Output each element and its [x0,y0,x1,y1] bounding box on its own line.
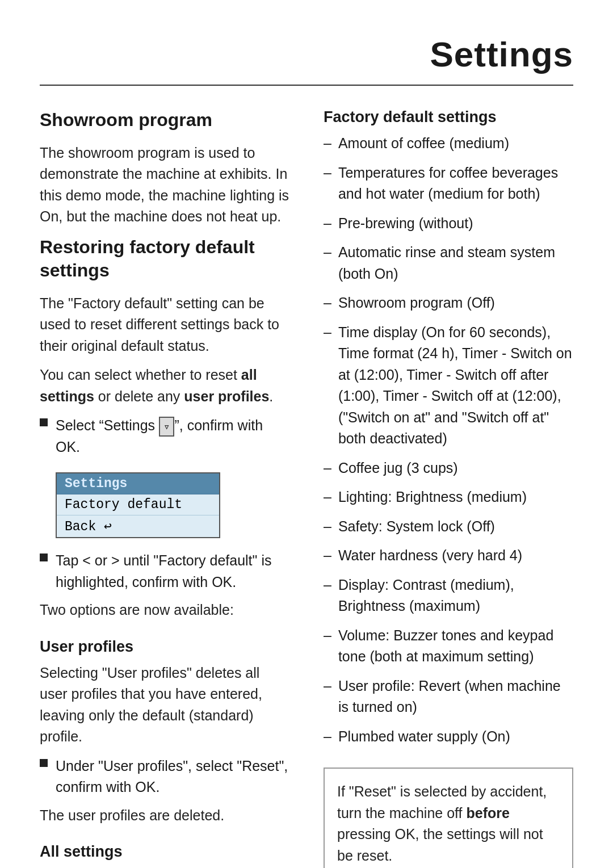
list-item: Temperatures for coffee beverages and ho… [324,162,573,205]
two-column-layout: Showroom program The showroom program is… [40,108,573,868]
factory-default-body2: You can select whether to reset all sett… [40,364,289,407]
factory-defaults-list-section: Factory default settings Amount of coffe… [324,108,573,747]
bullet-square-2 [40,553,48,561]
bullet-square-3 [40,759,48,767]
note-text-after: pressing OK, the settings will not be re… [337,826,543,863]
lcd-display: Settings Factory default Back ↩ [56,472,220,538]
list-item: Time display (On for 60 seconds), Time f… [324,322,573,450]
all-settings-section: All settings Selecting "All settings" re… [40,843,289,868]
list-item: Coffee jug (3 cups) [324,458,573,479]
bullet-square-1 [40,418,48,426]
list-item: Lighting: Brightness (medium) [324,487,573,508]
list-item: Automatic rinse and steam system (both O… [324,242,573,284]
user-profiles-bullet: Under "User profiles", select "Reset", c… [40,756,289,798]
settings-icon: ▿ [159,417,174,437]
list-item: Water hardness (very hard 4) [324,545,573,567]
user-profiles-body2: The user profiles are deleted. [40,805,289,827]
user-profiles-body: Selecting "User profiles" deletes all us… [40,662,289,748]
two-options-text: Two options are now available: [40,599,289,621]
bullet-item-2: Tap < or > until "Factory default" is hi… [40,550,289,593]
list-item: Showroom program (Off) [324,292,573,314]
factory-default-title: Restoring factory default settings [40,236,289,283]
lcd-row-settings: Settings [57,473,219,494]
body2-prefix: You can select whether to reset [40,367,241,383]
title-divider [40,85,573,86]
user-profiles-title: User profiles [40,638,289,656]
factory-defaults-list: Amount of coffee (medium) Temperatures f… [324,133,573,747]
list-item: Amount of coffee (medium) [324,133,573,154]
list-item: User profile: Revert (when machine is tu… [324,676,573,718]
body2-mid: or delete any [94,388,184,404]
list-item: Safety: System lock (Off) [324,516,573,538]
bullet-text-1: Select “Settings ▿”, confirm with OK. [56,415,289,458]
factory-defaults-list-title: Factory default settings [324,108,573,126]
factory-default-body1: The "Factory default" setting can be use… [40,293,289,357]
user-profiles-section: User profiles Selecting "User profiles" … [40,638,289,827]
note-box: If "Reset" is selected by accident, turn… [324,768,573,868]
lcd-row-back: Back ↩ [57,515,219,537]
user-profiles-bullet-text: Under "User profiles", select "Reset", c… [56,756,289,798]
body2-bold2: user profiles [184,388,269,404]
bullet-item-1: Select “Settings ▿”, confirm with OK. [40,415,289,458]
list-item: Volume: Buzzer tones and keypad tone (bo… [324,625,573,668]
showroom-title: Showroom program [40,108,289,132]
page-title: Settings [430,34,573,74]
factory-default-section: Restoring factory default settings The "… [40,236,289,621]
note-text-bold: before [466,805,509,821]
right-column: Factory default settings Amount of coffe… [324,108,573,868]
left-column: Showroom program The showroom program is… [40,108,289,868]
list-item: Pre-brewing (without) [324,213,573,234]
showroom-section: Showroom program The showroom program is… [40,108,289,228]
list-item: Plumbed water supply (On) [324,726,573,748]
title-bar: Settings [40,34,573,74]
page-container: Settings Showroom program The showroom p… [0,0,613,868]
body2-end: . [269,388,273,404]
list-item: Display: Contrast (medium), Brightness (… [324,575,573,617]
note-text-before: If "Reset" is selected by accident, turn… [337,783,547,821]
all-settings-title: All settings [40,843,289,861]
bullet-text-2: Tap < or > until "Factory default" is hi… [56,550,289,593]
lcd-row-factory: Factory default [57,494,219,515]
showroom-body: The showroom program is used to demonstr… [40,142,289,228]
